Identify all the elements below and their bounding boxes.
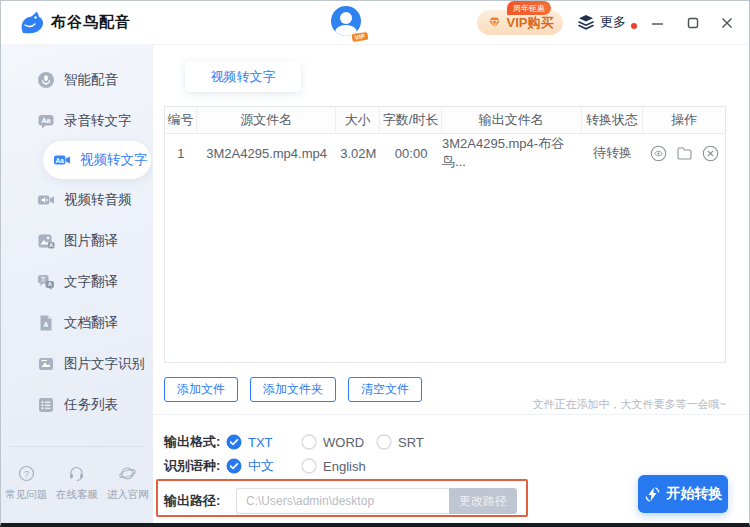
headset-icon [68, 465, 85, 482]
col-header-output: 输出文件名 [442, 107, 582, 133]
sidebar-item-label: 录音转文字 [64, 112, 132, 130]
clear-files-button[interactable]: 清空文件 [348, 377, 422, 402]
bird-logo-icon [17, 9, 45, 37]
svg-text:A: A [49, 242, 53, 248]
radio-srt[interactable]: SRT [376, 434, 424, 450]
sidebar-item-task-list[interactable]: 任务列表 [1, 384, 153, 425]
col-header-no: 编号 [165, 107, 197, 133]
question-icon: ? [18, 465, 35, 482]
unchecked-radio-icon [376, 434, 392, 450]
sidebar-item-label: 视频转音频 [64, 191, 132, 209]
open-folder-icon[interactable] [676, 145, 693, 162]
sidebar-divider [9, 446, 145, 447]
svg-text:Aa: Aa [42, 116, 51, 123]
audio-to-text-icon: Aa [37, 112, 55, 130]
vip-gem-icon [487, 16, 502, 29]
convert-bolt-icon [644, 486, 661, 503]
task-list-icon [37, 396, 55, 414]
sidebar-item-label: 文档翻译 [64, 314, 118, 332]
sidebar-item-video-to-text[interactable]: Aa 视频转文字 [43, 141, 151, 179]
col-header-size: 大小 [336, 107, 380, 133]
app-title: 布谷鸟配音 [51, 13, 131, 32]
sidebar-item-label: 视频转文字 [80, 151, 148, 169]
table-row: 1 3M2A4295.mp4.mp4 3.02M 00:00 3M2A4295.… [165, 134, 725, 172]
faq-link[interactable]: ? 常见问题 [5, 465, 47, 502]
avatar-vip-badge: VIP [351, 31, 370, 43]
globe-icon [119, 465, 136, 482]
output-format-row: 输出格式: TXT WORD SRT [164, 433, 424, 451]
adding-files-hint: 文件正在添加中，大文件要多等一会哦~ [533, 397, 726, 412]
radio-srt-label: SRT [398, 435, 424, 450]
sidebar-item-audio-to-text[interactable]: Aa 录音转文字 [1, 100, 153, 141]
output-path-input[interactable] [236, 488, 449, 514]
image-translate-icon: A [37, 232, 55, 250]
radio-word[interactable]: WORD [301, 434, 376, 450]
sidebar-footer: ? 常见问题 在线客服 进入官网 [1, 465, 153, 502]
cell-status: 待转换 [582, 144, 644, 162]
close-button[interactable] [715, 11, 739, 35]
radio-txt-label: TXT [248, 435, 273, 450]
unchecked-radio-icon [301, 458, 317, 474]
cell-no: 1 [165, 146, 197, 161]
vip-button-label: VIP购买 [507, 14, 554, 32]
more-menu[interactable]: 更多 [577, 13, 637, 31]
add-folder-button[interactable]: 添加文件夹 [250, 377, 336, 402]
sidebar: 智能配音 Aa 录音转文字 Aa 视频转文字 [1, 45, 153, 527]
svg-text:文: 文 [40, 276, 46, 282]
cell-output-filename: 3M2A4295.mp4-布谷鸟... [442, 135, 582, 171]
text-translate-icon: 文 A [37, 273, 55, 291]
file-table: 编号 源文件名 大小 字数/时长 输出文件名 转换状态 操作 1 3M2A429… [164, 106, 726, 363]
user-avatar[interactable]: VIP [331, 6, 365, 40]
output-path-row: 输出路径: 更改路径 [164, 488, 517, 514]
radio-english-label: English [323, 459, 366, 474]
remove-file-icon[interactable] [702, 145, 719, 162]
radio-word-label: WORD [323, 435, 364, 450]
sidebar-item-smart-dubbing[interactable]: 智能配音 [1, 59, 153, 100]
change-path-button[interactable]: 更改路径 [449, 488, 517, 514]
preview-eye-icon[interactable] [650, 145, 667, 162]
online-service-link[interactable]: 在线客服 [56, 465, 98, 502]
official-site-link[interactable]: 进入官网 [107, 465, 149, 502]
language-label: 识别语种: [164, 457, 226, 475]
mic-bubble-icon [37, 71, 55, 89]
svg-text:A: A [48, 281, 52, 287]
more-label: 更多 [600, 13, 626, 31]
unchecked-radio-icon [301, 434, 317, 450]
radio-english[interactable]: English [301, 458, 366, 474]
cell-actions [643, 145, 725, 162]
col-header-source: 源文件名 [197, 107, 337, 133]
video-to-text-icon: Aa [53, 151, 71, 169]
sidebar-item-label: 文字翻译 [64, 273, 118, 291]
official-site-label: 进入官网 [107, 488, 149, 502]
radio-chinese[interactable]: 中文 [226, 457, 301, 475]
start-convert-label: 开始转换 [667, 485, 723, 503]
minimize-icon [651, 17, 664, 30]
sidebar-item-video-to-audio[interactable]: 视频转音频 [1, 179, 153, 220]
image-ocr-icon [37, 355, 55, 373]
checked-radio-icon [226, 434, 242, 450]
language-row: 识别语种: 中文 English [164, 457, 366, 475]
notification-dot [631, 23, 637, 29]
table-header-row: 编号 源文件名 大小 字数/时长 输出文件名 转换状态 操作 [165, 107, 725, 134]
add-file-button[interactable]: 添加文件 [164, 377, 238, 402]
sidebar-item-text-translate[interactable]: 文 A 文字翻译 [1, 261, 153, 302]
sidebar-item-image-ocr[interactable]: 图片文字识别 [1, 343, 153, 384]
col-header-duration: 字数/时长 [380, 107, 442, 133]
maximize-button[interactable] [681, 11, 705, 35]
minimize-button[interactable] [645, 11, 669, 35]
tab-video-to-text[interactable]: 视频转文字 [185, 61, 301, 92]
sidebar-item-image-translate[interactable]: A 图片翻译 [1, 220, 153, 261]
more-layers-icon [577, 13, 595, 31]
start-convert-button[interactable]: 开始转换 [638, 475, 728, 513]
checked-radio-icon [226, 458, 242, 474]
section-divider [153, 414, 750, 415]
title-bar: 布谷鸟配音 VIP VIP购买 周年钜惠 更多 [1, 1, 749, 45]
radio-txt[interactable]: TXT [226, 434, 301, 450]
online-service-label: 在线客服 [56, 488, 98, 502]
app-window: 布谷鸟配音 VIP VIP购买 周年钜惠 更多 [0, 0, 750, 527]
sidebar-item-doc-translate[interactable]: A 文档翻译 [1, 302, 153, 343]
sidebar-item-label: 图片文字识别 [64, 355, 145, 373]
output-path-label: 输出路径: [164, 492, 226, 510]
svg-text:?: ? [24, 469, 29, 479]
output-path-group: 更改路径 [236, 488, 517, 514]
